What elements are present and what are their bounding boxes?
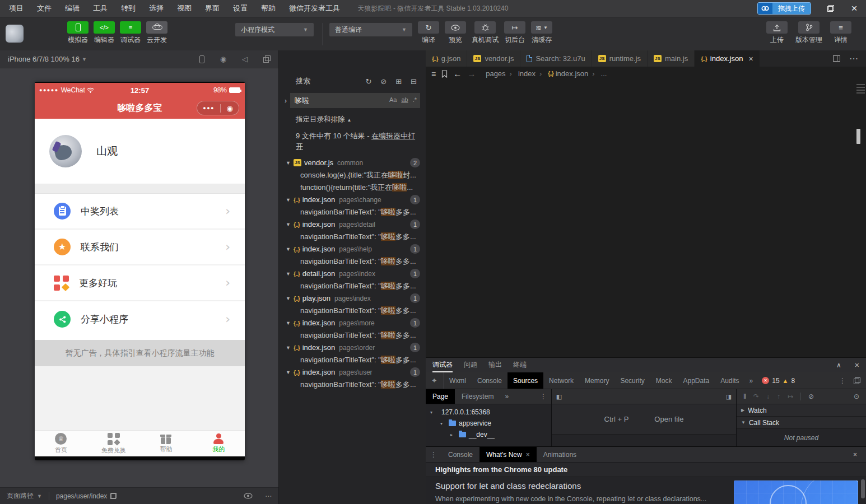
editor-tab[interactable]: main.js [648,50,695,67]
tree-item[interactable]: ▾ appservice [426,418,551,429]
watch-section[interactable]: ▶ Watch [737,404,866,417]
menu-item-prize-list[interactable]: 中奖列表 › [35,194,245,230]
menu-item-contact-us[interactable]: ★ 联系我们 › [35,230,245,265]
profile-avatar[interactable] [49,135,82,167]
twisty-icon[interactable]: ▾ [440,421,446,426]
debugger-panel-tab[interactable]: 调试器 [432,358,453,372]
breadcrumb-item[interactable]: pages [486,69,505,78]
result-file-row[interactable]: ▼ index.json pages\order 1 [279,342,426,354]
editor-tab[interactable]: index.json × [695,50,760,67]
pause-on-exceptions-icon[interactable]: ⊙ [854,393,859,400]
console-status[interactable]: ✕ 15 ▲ 8 [762,372,795,389]
twisty-icon[interactable]: ▾ [430,410,436,415]
step-over-icon[interactable]: ↷ [753,393,759,400]
step-into-icon[interactable]: ↓ [766,393,770,400]
sidebar-menu-icon[interactable]: ⋮ [536,389,551,404]
tab-mine[interactable]: 我的 [192,431,245,456]
menubar-item[interactable]: 微信开发者工具 [282,3,347,13]
deactivate-breakpoints-icon[interactable]: ⊘ [808,393,814,400]
devtools-menu-icon[interactable]: ⋮ [839,377,846,385]
result-file-row[interactable]: ▼ index.json pages\change 1 [279,194,426,206]
result-match-row[interactable]: navigationBarTitleText": "哆啦多多... [279,305,426,317]
chevron-down-icon[interactable]: ▼ [286,222,294,227]
result-file-row[interactable]: ▼ detail.json pages\index 1 [279,268,426,280]
show-debugger-icon[interactable]: ◨ [721,389,736,404]
debugger-panel-tab[interactable]: 问题 [464,358,477,372]
regex-toggle[interactable]: .* [413,96,417,103]
devtools-tab[interactable]: Memory [579,372,614,389]
open-file-label[interactable]: Open file [654,415,683,423]
chevron-down-icon[interactable]: ▼ [286,345,294,351]
chevron-down-icon[interactable]: ▼ [286,160,294,166]
simulator-toggle-button[interactable]: 模拟器 [67,21,89,45]
sources-nav-tab[interactable]: Filesystem [455,389,500,404]
devtools-tab[interactable]: Sources [508,372,543,389]
user-avatar[interactable] [6,25,24,43]
menubar-item[interactable]: 视图 [170,3,198,13]
whole-word-toggle[interactable]: ab [401,96,408,103]
device-icon[interactable] [199,55,204,63]
result-match-row[interactable]: function(){return{title:"我正在哆啦... [279,181,426,194]
editor-tab[interactable]: Search: 32.u7u [520,50,592,67]
clear-cache-button[interactable]: ≋▼ 清缓存 [531,21,552,45]
multi-window-icon[interactable] [263,55,271,63]
sound-icon[interactable]: ◁ [242,55,248,63]
editor-tab[interactable]: runtime.js [592,50,648,67]
menubar-item[interactable]: 帮助 [254,3,282,13]
step-out-icon[interactable]: ↑ [777,393,780,400]
window-close-button[interactable]: × [842,0,866,17]
more-actions-icon[interactable]: ⋯ [849,53,858,64]
tree-item[interactable]: ▸ __dev__ [426,429,551,440]
tab-home[interactable]: ♕ 首页 [35,431,87,456]
drawer-menu-icon[interactable]: ⋮ [426,447,441,462]
outline-icon[interactable]: ≡ [431,69,436,78]
tree-item[interactable]: ▾ 127.0.0.1:65368 [426,407,551,418]
menubar-item[interactable]: 项目 [2,3,30,13]
eye-icon[interactable] [244,493,253,499]
forward-icon[interactable]: → [467,69,476,78]
dock-side-icon[interactable] [854,377,860,384]
close-panel-icon[interactable]: × [855,361,859,370]
cloud-dev-button[interactable]: 云开发 [146,21,167,45]
switch-background-button[interactable]: ↦ 切后台 [504,21,525,45]
preview-button[interactable]: 预览 [445,21,466,45]
tab-free-exchange[interactable]: 免费兑换 [87,431,140,456]
callstack-section[interactable]: ▼ Call Stack [737,417,866,429]
result-match-row[interactable]: navigationBarTitleText": "哆啦多多... [279,329,426,342]
breadcrumb-item[interactable]: index [506,69,536,78]
chevron-down-icon[interactable]: ▼ [286,296,294,301]
clear-results-icon[interactable]: ⊘ [380,77,387,86]
result-match-row[interactable]: console.log(e),{title:"我正在哆啦封... [279,169,426,181]
chevron-down-icon[interactable]: ▼ [286,246,294,252]
menubar-item[interactable]: 转到 [114,3,142,13]
record-icon[interactable]: ◉ [220,55,226,63]
close-drawer-icon[interactable]: × [844,447,866,462]
page-path-label[interactable]: 页面路径 [7,491,34,501]
devtools-tab[interactable]: AppData [677,372,715,389]
result-match-row[interactable]: navigationBarTitleText": "哆啦多多... [279,280,426,292]
drag-upload-badge[interactable]: 拖拽上传 [757,2,811,15]
chevron-down-icon[interactable]: ▼ [286,271,294,277]
more-tabs-icon[interactable]: » [501,389,512,404]
scope-toggle[interactable]: 指定目录和排除▲ [279,108,426,124]
debugger-panel-tab[interactable]: 输出 [488,358,502,372]
show-navigator-icon[interactable]: ◧ [552,389,566,404]
collapse-panel-icon[interactable]: ∧ [836,361,841,369]
tab-help[interactable]: 帮助 [140,431,193,456]
code-editor[interactable] [426,81,866,357]
menubar-item[interactable]: 界面 [198,3,226,13]
devtools-tab[interactable]: Console [472,372,508,389]
result-file-row[interactable]: ▼ vendor.js common 2 [279,157,426,169]
drawer-tab[interactable]: Animations [537,447,583,462]
compile-mode-select[interactable]: 普通编译▼ [329,23,412,36]
chevron-down-icon[interactable]: ▼ [286,197,294,203]
result-match-row[interactable]: navigationBarTitleText": "哆啦多多... [279,255,426,268]
step-icon[interactable]: ↦ [788,393,793,400]
result-match-row[interactable]: navigationBarTitleText": "哆啦多多... [279,206,426,218]
window-restore-button[interactable] [819,0,842,17]
breadcrumb-item[interactable]: ... [588,69,607,78]
menubar-item[interactable]: 设置 [226,3,254,13]
close-icon[interactable]: × [748,54,753,63]
menu-item-more-fun[interactable]: 更多好玩 › [35,265,245,301]
bookmark-icon[interactable] [441,70,448,78]
